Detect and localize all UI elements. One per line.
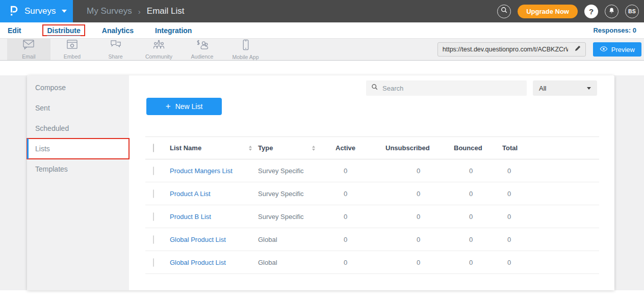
table-header-row: List Name Type Active Unsubscribed Bounc… [145, 136, 599, 159]
bell-icon [608, 7, 615, 16]
notifications-button[interactable] [605, 5, 619, 18]
bounced-count: 0 [454, 190, 502, 198]
upgrade-now-button[interactable]: Upgrade Now [518, 5, 578, 18]
active-count: 0 [336, 259, 385, 266]
row-checkbox[interactable] [153, 167, 154, 175]
community-icon [152, 39, 165, 52]
product-switcher[interactable]: Surveys [0, 0, 73, 22]
total-count: 0 [502, 213, 599, 221]
total-count: 0 [502, 167, 599, 175]
survey-url-input[interactable] [438, 46, 570, 53]
bounced-count: 0 [454, 259, 502, 266]
chevron-down-icon [62, 10, 67, 13]
bounced-count: 0 [454, 167, 502, 175]
list-name-link[interactable]: Global Product List [170, 236, 258, 243]
list-type: Survey Specific [258, 190, 336, 198]
email-sidebar: Compose Sent Scheduled Lists Templates [27, 75, 129, 290]
tab-embed[interactable]: Embed [50, 39, 94, 60]
row-checkbox[interactable] [153, 258, 154, 267]
table-row: Global Product List Global 0 0 0 0 [145, 228, 599, 251]
lists-main: All + New List List Name Type [129, 75, 614, 290]
sidebar-item-templates[interactable]: Templates [27, 159, 129, 179]
active-count: 0 [336, 213, 385, 221]
list-name-link[interactable]: Product A List [170, 190, 258, 198]
tab-email[interactable]: Email [7, 39, 50, 60]
list-name-link[interactable]: Global Product List [170, 259, 258, 266]
new-list-button[interactable]: + New List [146, 98, 222, 115]
email-lists-card: Compose Sent Scheduled Lists Templates A… [27, 75, 614, 290]
unsubscribed-count: 0 [385, 190, 454, 198]
avatar[interactable]: BS [625, 5, 639, 18]
share-icon [110, 39, 122, 52]
embed-icon [66, 39, 78, 52]
tab-community[interactable]: Community [137, 39, 181, 60]
search-button[interactable] [497, 5, 511, 18]
tab-audience[interactable]: Audience [181, 39, 224, 60]
help-button[interactable]: ? [584, 5, 598, 18]
list-type-filter-dropdown[interactable]: All [533, 80, 597, 96]
sidebar-item-compose[interactable]: Compose [27, 77, 129, 98]
tab-analytics[interactable]: Analytics [102, 26, 134, 35]
questionpro-logo-icon [8, 4, 19, 19]
total-count: 0 [502, 259, 599, 266]
unsubscribed-count: 0 [385, 167, 454, 175]
content-background: Compose Sent Scheduled Lists Templates A… [0, 75, 644, 290]
product-title: Surveys [24, 6, 56, 16]
audience-icon [196, 39, 209, 52]
responses-count[interactable]: Responses: 0 [593, 26, 636, 34]
content-top-gap [0, 61, 644, 75]
total-count: 0 [502, 190, 599, 198]
survey-subnav: Edit Distribute Analytics Integration Re… [0, 22, 644, 38]
table-row: Product B List Survey Specific 0 0 0 0 [145, 205, 599, 228]
column-header-list-name[interactable]: List Name [170, 144, 201, 152]
bounced-count: 0 [454, 236, 502, 243]
toolbar-right: Preview [437, 39, 644, 60]
row-checkbox[interactable] [153, 189, 154, 198]
unsubscribed-count: 0 [385, 259, 454, 266]
column-header-type[interactable]: Type [258, 144, 273, 152]
chevron-down-icon [587, 87, 591, 90]
breadcrumb-separator: › [138, 7, 141, 16]
topbar: Surveys My Surveys › Email List Upgrade … [0, 0, 644, 22]
list-filter-row: All [129, 80, 614, 96]
list-search-box [366, 80, 527, 96]
row-checkbox[interactable] [153, 235, 154, 244]
tab-share[interactable]: Share [94, 39, 137, 60]
tab-integration[interactable]: Integration [155, 26, 192, 35]
list-type: Global [258, 259, 336, 266]
sort-icon[interactable] [249, 146, 252, 151]
sort-icon[interactable] [312, 146, 315, 151]
select-all-checkbox[interactable] [153, 144, 154, 152]
breadcrumb-current: Email List [147, 6, 185, 16]
list-name-link[interactable]: Product Mangers List [170, 167, 258, 175]
column-header-unsubscribed: Unsubscribed [385, 144, 454, 152]
breadcrumb: My Surveys › Email List [87, 6, 184, 16]
pencil-icon [574, 45, 581, 54]
bounced-count: 0 [454, 213, 502, 221]
table-body: Product Mangers List Survey Specific 0 0… [145, 159, 599, 274]
list-name-link[interactable]: Product B List [170, 213, 258, 221]
list-search-input[interactable] [382, 85, 522, 92]
preview-button[interactable]: Preview [593, 42, 641, 57]
list-type: Global [258, 236, 336, 243]
sidebar-item-lists[interactable]: Lists [27, 139, 129, 159]
active-count: 0 [336, 236, 385, 243]
unsubscribed-count: 0 [385, 213, 454, 221]
table-row: Product A List Survey Specific 0 0 0 0 [145, 182, 599, 205]
tab-edit[interactable]: Edit [8, 26, 21, 35]
avatar-initials: BS [628, 8, 636, 14]
search-icon [501, 7, 508, 16]
eye-icon [600, 46, 608, 53]
breadcrumb-parent[interactable]: My Surveys [87, 6, 132, 16]
tab-mobile-app[interactable]: Mobile App [224, 39, 267, 60]
tab-distribute[interactable]: Distribute [42, 24, 85, 36]
email-icon [22, 39, 35, 52]
edit-url-button[interactable] [570, 43, 585, 56]
row-checkbox[interactable] [153, 212, 154, 221]
column-header-active: Active [336, 144, 385, 152]
search-icon [371, 84, 378, 93]
active-count: 0 [336, 190, 385, 198]
list-type: Survey Specific [258, 167, 336, 175]
sidebar-item-sent[interactable]: Sent [27, 98, 129, 118]
sidebar-item-scheduled[interactable]: Scheduled [27, 118, 129, 139]
